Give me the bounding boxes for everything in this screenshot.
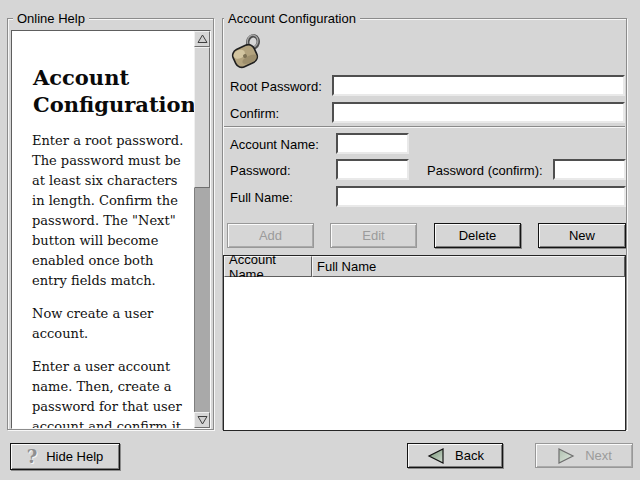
help-scrollbar[interactable] xyxy=(194,31,210,428)
scroll-up-button[interactable] xyxy=(194,31,210,47)
accounts-table-body[interactable] xyxy=(224,277,625,430)
new-button[interactable]: New xyxy=(538,223,626,248)
user-password-confirm-input[interactable] xyxy=(553,159,626,180)
full-name-label: Full Name: xyxy=(230,190,293,205)
user-password-confirm-label: Password (confirm): xyxy=(427,163,543,178)
online-help-frame-label: Online Help xyxy=(13,11,89,26)
edit-button[interactable]: Edit xyxy=(330,223,417,248)
back-arrow-icon xyxy=(426,447,446,465)
scrollbar-thumb[interactable] xyxy=(194,47,210,188)
next-arrow-icon xyxy=(556,447,576,465)
column-header-account-name[interactable]: Account Name xyxy=(224,256,312,277)
scroll-up-icon xyxy=(197,34,208,44)
account-name-input[interactable] xyxy=(336,133,409,154)
scroll-down-button[interactable] xyxy=(194,412,210,428)
confirm-password-label: Confirm: xyxy=(230,106,279,121)
padlock-icon xyxy=(226,31,266,71)
user-password-input[interactable] xyxy=(336,159,409,180)
delete-button[interactable]: Delete xyxy=(434,223,521,248)
next-label: Next xyxy=(585,448,612,463)
back-button[interactable]: Back xyxy=(407,443,503,468)
root-password-input[interactable] xyxy=(332,75,625,96)
column-header-full-name[interactable]: Full Name xyxy=(312,256,625,277)
help-heading: Account Configuration xyxy=(33,64,192,118)
next-button[interactable]: Next xyxy=(535,443,633,468)
account-configuration-frame-label: Account Configuration xyxy=(224,11,360,26)
user-password-label: Password: xyxy=(230,163,291,178)
accounts-table: Account Name Full Name xyxy=(223,255,626,431)
account-name-label: Account Name: xyxy=(230,137,319,152)
question-mark-icon: ? xyxy=(27,448,38,466)
hide-help-label: Hide Help xyxy=(46,449,103,464)
section-separator xyxy=(224,126,625,128)
back-label: Back xyxy=(455,448,484,463)
help-paragraph: Enter a user account name. Then, create … xyxy=(32,357,192,428)
help-paragraph: Now create a user account. xyxy=(32,304,192,344)
root-password-label: Root Password: xyxy=(230,79,322,94)
hide-help-button[interactable]: ? Hide Help xyxy=(10,443,120,470)
confirm-password-input[interactable] xyxy=(332,102,625,123)
help-text-panel: Account Configuration Enter a root passw… xyxy=(11,30,211,429)
help-text-content: Account Configuration Enter a root passw… xyxy=(12,31,194,428)
full-name-input[interactable] xyxy=(336,186,626,207)
add-button[interactable]: Add xyxy=(227,223,314,248)
scroll-down-icon xyxy=(197,415,208,425)
accounts-table-header: Account Name Full Name xyxy=(224,256,625,277)
help-paragraph: Enter a root password. The password must… xyxy=(32,131,192,291)
installer-window: Online Help Account Configuration Enter … xyxy=(0,0,640,480)
